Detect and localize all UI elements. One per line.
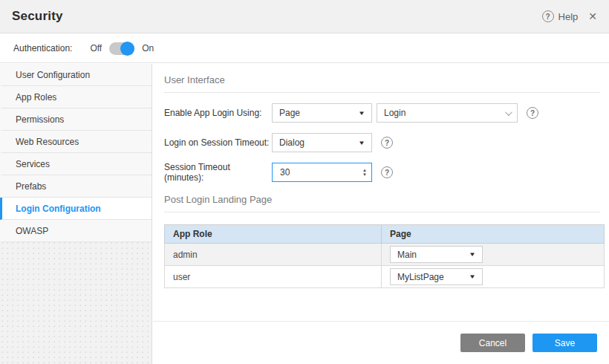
save-button[interactable]: Save xyxy=(533,334,597,352)
chevron-down-icon xyxy=(505,108,512,116)
security-dialog: Security ? Help ✕ Authentication: Off On… xyxy=(0,0,609,364)
sidebar-item-login-configuration[interactable]: Login Configuration xyxy=(0,198,152,220)
caret-down-icon: ▼ xyxy=(358,110,365,117)
caret-down-icon: ▼ xyxy=(469,273,476,280)
dialog-footer: Cancel Save xyxy=(153,321,609,364)
help-icon-session-timeout-type[interactable]: ? xyxy=(381,137,393,149)
sidebar-item-app-roles[interactable]: App Roles xyxy=(0,86,152,108)
page-select-admin[interactable]: Main ▼ xyxy=(390,246,483,263)
help-icon-login-using[interactable]: ? xyxy=(527,107,538,119)
caret-down-icon: ▼ xyxy=(469,251,476,258)
close-icon[interactable]: ✕ xyxy=(588,11,597,22)
settings-sidebar: User Configuration App Roles Permissions… xyxy=(0,64,152,364)
login-page-value: Login xyxy=(384,108,406,118)
caret-down-icon: ▼ xyxy=(358,140,365,146)
sidebar-item-user-configuration[interactable]: User Configuration xyxy=(0,64,152,86)
help-button[interactable]: ? Help xyxy=(542,10,579,22)
sidebar-item-owasp[interactable]: OWASP xyxy=(0,220,152,242)
login-type-value: Page xyxy=(279,108,300,118)
login-type-select[interactable]: Page ▼ xyxy=(272,103,372,123)
cancel-button[interactable]: Cancel xyxy=(460,334,525,352)
app-role-cell: admin xyxy=(165,244,382,266)
toggle-off-label: Off xyxy=(90,43,102,53)
session-timeout-type-label: Login on Session Timeout: xyxy=(164,137,272,148)
sidebar-item-permissions[interactable]: Permissions xyxy=(0,108,152,131)
page-select-admin-value: Main xyxy=(397,250,417,260)
authentication-toggle[interactable] xyxy=(109,42,134,55)
toggle-knob xyxy=(120,42,134,56)
number-stepper[interactable]: ▲ ▼ xyxy=(362,163,367,182)
stepper-down-icon: ▼ xyxy=(362,173,367,177)
session-timeout-input[interactable] xyxy=(272,163,372,182)
section-title-user-interface: User Interface xyxy=(164,74,600,85)
table-row: user MyListPage ▼ xyxy=(165,266,605,288)
section-title-post-login: Post Login Landing Page xyxy=(164,194,600,205)
sidebar-item-web-resources[interactable]: Web Resources xyxy=(0,131,152,153)
session-timeout-minutes-row: Session Timeout (minutes): ▲ ▼ ? xyxy=(164,163,600,182)
session-timeout-type-value: Dialog xyxy=(279,137,304,148)
section-divider xyxy=(164,212,600,212)
page-select-user-value: MyListPage xyxy=(397,272,444,282)
table-row: admin Main ▼ xyxy=(165,244,605,266)
help-label: Help xyxy=(558,11,579,22)
authentication-bar: Authentication: Off On xyxy=(0,34,609,63)
table-header-row: App Role Page xyxy=(165,225,605,244)
post-login-landing-table: App Role Page admin Main ▼ xyxy=(164,224,605,288)
page-title: Security xyxy=(12,9,63,24)
session-timeout-minutes-label: Session Timeout (minutes): xyxy=(164,162,272,183)
help-icon-session-timeout-minutes[interactable]: ? xyxy=(381,166,393,178)
session-timeout-type-select[interactable]: Dialog ▼ xyxy=(272,133,372,152)
authentication-label: Authentication: xyxy=(13,43,72,53)
section-divider xyxy=(164,92,600,93)
enable-app-login-row: Enable App Login Using: Page ▼ Login ? xyxy=(164,103,600,123)
help-circle-icon: ? xyxy=(542,10,554,22)
stepper-up-icon: ▲ xyxy=(362,169,367,172)
page-select-user[interactable]: MyListPage ▼ xyxy=(390,268,483,285)
dialog-header: Security ? Help ✕ xyxy=(0,0,609,33)
column-header-page: Page xyxy=(382,225,605,244)
sidebar-item-prefabs[interactable]: Prefabs xyxy=(0,175,152,198)
login-page-select[interactable]: Login xyxy=(377,103,518,123)
session-timeout-type-row: Login on Session Timeout: Dialog ▼ ? xyxy=(164,133,600,152)
app-role-cell: user xyxy=(165,266,382,288)
toggle-on-label: On xyxy=(142,43,154,53)
column-header-app-role: App Role xyxy=(165,225,382,244)
sidebar-item-services[interactable]: Services xyxy=(0,153,152,175)
enable-app-login-label: Enable App Login Using: xyxy=(164,108,272,118)
login-configuration-panel: User Interface Enable App Login Using: P… xyxy=(153,64,609,364)
